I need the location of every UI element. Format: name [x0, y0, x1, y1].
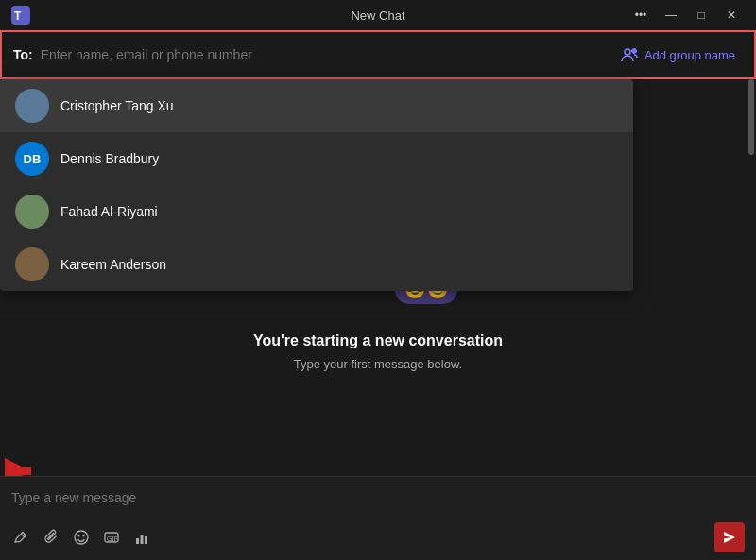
- window-title: New Chat: [351, 8, 404, 23]
- suggestion-item-2[interactable]: Fahad Al-Riyami: [0, 185, 633, 238]
- avatar-2: [15, 195, 49, 229]
- svg-rect-15: [141, 535, 144, 544]
- to-label: To:: [13, 47, 33, 62]
- suggestion-name-0: Cristopher Tang Xu: [60, 98, 174, 113]
- svg-rect-14: [136, 538, 139, 544]
- new-conversation-title: You're starting a new conversation: [253, 332, 503, 349]
- toolbar-row: GIF: [0, 518, 756, 560]
- svg-rect-7: [5, 467, 31, 475]
- attach-icon[interactable]: [42, 528, 60, 547]
- add-group-label: Add group name: [644, 48, 735, 62]
- suggestions-dropdown: Cristopher Tang Xu DB Dennis Bradbury Fa…: [0, 79, 633, 291]
- to-bar: To: Add group name: [0, 30, 756, 79]
- window-controls: ••• — □ ✕: [627, 2, 745, 28]
- chart-icon[interactable]: [132, 528, 151, 547]
- svg-point-2: [625, 49, 630, 55]
- dots-button[interactable]: •••: [627, 2, 654, 28]
- svg-rect-16: [145, 536, 147, 544]
- message-input-row: [0, 477, 756, 518]
- toolbar-left: GIF: [11, 528, 151, 547]
- minimize-button[interactable]: —: [658, 2, 684, 28]
- send-button[interactable]: [714, 522, 745, 552]
- title-bar: T New Chat ••• — □ ✕: [0, 0, 756, 30]
- svg-point-11: [83, 535, 85, 537]
- avatar-0: [15, 89, 49, 123]
- emoji-icon[interactable]: [72, 528, 91, 547]
- maximize-button[interactable]: □: [688, 2, 714, 28]
- send-icon: [722, 530, 737, 545]
- add-group-button[interactable]: Add group name: [612, 42, 743, 68]
- dropdown-scrollbar[interactable]: [748, 79, 754, 155]
- suggestion-item-1[interactable]: DB Dennis Bradbury: [0, 132, 633, 185]
- suggestion-name-1: Dennis Bradbury: [60, 151, 159, 166]
- avatar-1: DB: [15, 142, 49, 176]
- recipient-input[interactable]: [41, 47, 605, 62]
- title-bar-left: T: [11, 6, 30, 25]
- message-input[interactable]: [11, 490, 745, 505]
- suggestion-item-3[interactable]: Kareem Anderson: [0, 238, 633, 291]
- close-button[interactable]: ✕: [718, 2, 745, 28]
- suggestion-item-0[interactable]: Cristopher Tang Xu: [0, 79, 633, 132]
- suggestion-name-2: Fahad Al-Riyami: [60, 204, 158, 219]
- suggestion-name-3: Kareem Anderson: [60, 257, 166, 272]
- add-group-icon: [620, 45, 639, 64]
- new-conversation-subtitle: Type your first message below.: [294, 357, 462, 371]
- format-icon[interactable]: [11, 528, 30, 547]
- svg-point-10: [78, 535, 80, 537]
- teams-logo-icon: T: [11, 6, 30, 25]
- message-area: GIF: [0, 476, 756, 560]
- svg-text:GIF: GIF: [107, 535, 118, 542]
- avatar-3: [15, 247, 49, 281]
- gif-icon[interactable]: GIF: [102, 528, 121, 547]
- svg-text:T: T: [14, 9, 22, 23]
